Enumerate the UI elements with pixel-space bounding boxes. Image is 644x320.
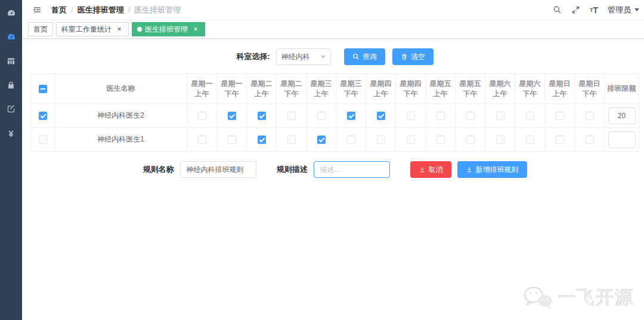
user-menu[interactable]: 管理员 — [608, 5, 639, 16]
row-0-slot-5-checkbox[interactable] — [347, 112, 355, 120]
day-column-header-6: 星期四上午 — [366, 74, 396, 104]
query-button[interactable]: 查询 — [344, 48, 385, 65]
slot-cell — [366, 128, 396, 152]
search-icon[interactable] — [548, 5, 566, 14]
day-column-header-2: 星期二上午 — [247, 74, 277, 104]
select-all-checkbox[interactable] — [39, 85, 47, 93]
slot-cell — [456, 128, 485, 152]
day-column-header-12: 星期日上午 — [545, 74, 575, 104]
doctor-name-cell: 神经内科医生2 — [55, 104, 187, 128]
schedule-table: 医生名称星期一上午星期一下午星期二上午星期二下午星期三上午星期三下午星期四上午星… — [30, 73, 639, 152]
row-1-slot-0-checkbox[interactable] — [198, 136, 206, 144]
row-1-slot-8-checkbox[interactable] — [436, 136, 445, 144]
close-icon[interactable]: × — [191, 25, 200, 33]
watermark-text: 一飞开源 — [558, 286, 634, 310]
download-icon — [466, 166, 473, 173]
slot-cell — [426, 128, 456, 152]
slot-cell — [336, 128, 366, 152]
row-1-slot-7-checkbox[interactable] — [407, 136, 415, 144]
sidebar-item-0[interactable] — [0, 2, 22, 26]
rule-desc-label: 规则描述 — [277, 164, 308, 175]
row-0-limit-input[interactable] — [608, 107, 636, 124]
slot-cell — [217, 104, 247, 128]
row-1-slot-1-checkbox[interactable] — [228, 136, 236, 144]
row-1-slot-11-checkbox[interactable] — [526, 136, 534, 144]
slot-cell — [187, 104, 217, 128]
row-0-slot-3-checkbox[interactable] — [287, 112, 296, 120]
row-0-slot-12-checkbox[interactable] — [556, 112, 564, 120]
department-select[interactable]: 神经内科 — [276, 48, 331, 65]
day-column-header-5: 星期三下午 — [336, 74, 366, 104]
table-row: 神经内科医生1 — [31, 128, 639, 152]
table-header-row: 医生名称星期一上午星期一下午星期二上午星期二下午星期三上午星期三下午星期四上午星… — [31, 74, 639, 104]
slot-cell — [366, 104, 396, 128]
day-column-header-9: 星期五下午 — [456, 74, 485, 104]
rule-desc-input[interactable] — [314, 161, 390, 178]
day-column-header-8: 星期五上午 — [426, 74, 456, 104]
department-select-label: 科室选择: — [236, 51, 270, 62]
slot-cell — [396, 128, 426, 152]
font-size-icon[interactable]: TT — [585, 5, 603, 15]
slot-cell — [545, 104, 575, 128]
row-1-limit-input[interactable] — [608, 131, 636, 148]
breadcrumb-item-0[interactable]: 首页 — [51, 5, 67, 16]
sidebar-item-4[interactable] — [0, 98, 22, 122]
sidebar-item-3[interactable] — [0, 74, 22, 98]
row-0-slot-1-checkbox[interactable] — [228, 112, 236, 120]
row-0-select-checkbox[interactable] — [39, 112, 47, 120]
sidebar-item-5[interactable]: ¥ — [0, 122, 22, 146]
clear-button[interactable]: 清空 — [392, 48, 434, 65]
lock-icon — [7, 81, 16, 92]
day-column-header-1: 星期一下午 — [217, 74, 247, 104]
dashboard-icon — [7, 8, 16, 20]
slot-cell — [545, 128, 575, 152]
edit-icon — [7, 104, 16, 116]
row-0-slot-2-checkbox[interactable] — [258, 112, 266, 120]
tab-label: 科室工作量统计 — [61, 24, 112, 35]
breadcrumb-separator: / — [71, 5, 73, 14]
tab-1[interactable]: 科室工作量统计× — [56, 22, 129, 36]
sidebar-item-1[interactable] — [0, 26, 22, 50]
schedule-table-wrap: 医生名称星期一上午星期一下午星期二上午星期二下午星期三上午星期三下午星期四上午星… — [22, 73, 644, 152]
cancel-button[interactable]: 取消 — [410, 161, 451, 178]
tab-2[interactable]: 医生排班管理× — [132, 22, 205, 36]
breadcrumb: 首页/医生排班管理/医生排班管理 — [51, 5, 181, 16]
row-1-slot-5-checkbox[interactable] — [347, 136, 355, 144]
doctor-name-cell: 神经内科医生1 — [55, 128, 187, 152]
row-1-slot-13-checkbox[interactable] — [586, 136, 594, 144]
add-rule-button[interactable]: 新增排班规则 — [457, 161, 527, 178]
row-0-slot-8-checkbox[interactable] — [436, 112, 445, 120]
doctor-name-header: 医生名称 — [55, 74, 187, 104]
row-0-slot-7-checkbox[interactable] — [407, 112, 415, 120]
limit-cell — [605, 104, 639, 128]
row-1-select-checkbox[interactable] — [39, 136, 47, 144]
row-0-slot-9-checkbox[interactable] — [466, 112, 475, 120]
row-0-slot-0-checkbox[interactable] — [198, 112, 206, 120]
row-1-slot-6-checkbox[interactable] — [377, 136, 385, 144]
row-0-slot-10-checkbox[interactable] — [496, 112, 504, 120]
row-1-slot-4-checkbox[interactable] — [317, 136, 326, 144]
slot-cell — [426, 104, 456, 128]
row-1-slot-9-checkbox[interactable] — [466, 136, 475, 144]
day-column-header-13: 星期日下午 — [575, 74, 605, 104]
row-1-slot-3-checkbox[interactable] — [287, 136, 296, 144]
row-1-slot-12-checkbox[interactable] — [556, 136, 564, 144]
row-0-slot-11-checkbox[interactable] — [526, 112, 534, 120]
slot-cell — [575, 128, 605, 152]
row-0-slot-13-checkbox[interactable] — [586, 112, 594, 120]
trash-icon — [401, 53, 408, 60]
slot-cell — [336, 104, 366, 128]
row-1-slot-10-checkbox[interactable] — [496, 136, 504, 144]
sidebar-item-2[interactable] — [0, 50, 22, 74]
row-0-slot-4-checkbox[interactable] — [317, 112, 326, 120]
rule-name-input[interactable] — [180, 161, 256, 178]
fullscreen-icon[interactable] — [566, 5, 585, 14]
row-1-slot-2-checkbox[interactable] — [258, 136, 266, 144]
limit-cell — [605, 128, 639, 152]
tab-0[interactable]: 首页 — [28, 22, 53, 36]
table-row: 神经内科医生2 — [31, 104, 639, 128]
hamburger-icon[interactable] — [28, 5, 45, 15]
breadcrumb-item-1[interactable]: 医生排班管理 — [78, 5, 124, 16]
close-icon[interactable]: × — [115, 25, 123, 33]
row-0-slot-6-checkbox[interactable] — [377, 112, 385, 120]
